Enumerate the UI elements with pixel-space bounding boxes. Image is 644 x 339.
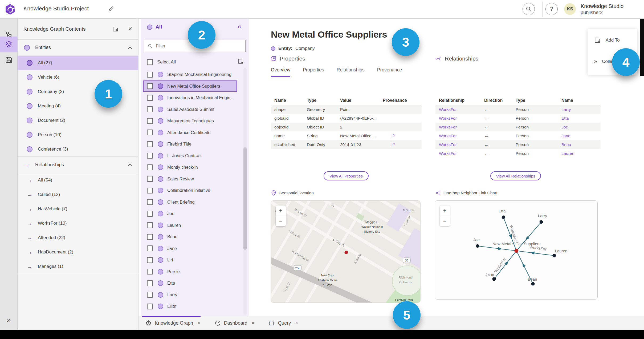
detail-tab[interactable]: Properties — [303, 67, 324, 77]
entity-filter-item[interactable]: Conference (3) — [18, 142, 138, 156]
entity-list-item[interactable]: Sales Review — [143, 173, 237, 185]
entity-list-item[interactable]: Staplers Mechanical Engineering — [143, 69, 237, 80]
entity-name-link[interactable]: Joe — [558, 125, 601, 130]
relationship-link[interactable]: WorksFor — [435, 125, 481, 130]
entity-list-item[interactable]: Persie — [143, 266, 237, 278]
relationship-filter-item[interactable]: → WorksFor (10) — [18, 216, 138, 231]
search-button[interactable] — [523, 3, 535, 15]
entity-name-link[interactable]: Beau — [558, 142, 601, 147]
entity-list-item[interactable]: Collaboration initiative — [143, 185, 237, 196]
entity-list-item[interactable]: Beau — [143, 231, 237, 243]
link-chart-panel[interactable]: WorksForWorksForWorksForEttaLarryJoeLaur… — [435, 200, 598, 300]
item-checkbox[interactable] — [147, 176, 153, 182]
relationships-section-header[interactable]: → Relationships — [18, 157, 138, 173]
relationship-link[interactable]: WorksFor — [435, 151, 481, 156]
person-node[interactable] — [553, 254, 556, 257]
item-checkbox[interactable] — [147, 257, 153, 263]
person-node[interactable] — [531, 282, 535, 286]
relationship-filter-item[interactable]: → Manages (1) — [18, 259, 138, 274]
zoom-in-button[interactable]: + — [440, 205, 450, 216]
edit-title-icon[interactable] — [108, 6, 114, 12]
view-all-relationships-button[interactable]: View All Relationships — [490, 171, 541, 180]
relationship-filter-item[interactable]: → Called (12) — [18, 187, 138, 202]
entity-list-item[interactable]: Lauren — [143, 220, 237, 231]
help-button[interactable]: ? — [545, 3, 558, 15]
collapse-panel-icon[interactable]: « — [238, 22, 241, 31]
tab-dashboard[interactable]: Dashboard × — [215, 320, 255, 326]
entity-filter-item[interactable]: Vehicle (6) — [18, 70, 138, 84]
relationship-filter-item[interactable]: → HasDocument (2) — [18, 245, 138, 259]
person-node[interactable] — [502, 216, 505, 219]
entity-list-item[interactable]: Managment Techniques — [143, 115, 237, 127]
collapse-chevron-icon[interactable] — [128, 47, 132, 49]
item-checkbox[interactable] — [147, 130, 153, 135]
detail-tab[interactable]: Relationships — [337, 67, 365, 77]
user-avatar[interactable]: KS — [564, 3, 576, 15]
close-tab-icon[interactable]: × — [252, 320, 255, 326]
company-node[interactable] — [515, 249, 518, 253]
item-checkbox[interactable] — [147, 188, 153, 193]
select-all-checkbox[interactable] — [147, 59, 153, 65]
item-checkbox[interactable] — [147, 304, 153, 309]
person-node[interactable] — [492, 277, 496, 281]
entity-list-item[interactable]: Sales Associate Summit — [143, 104, 237, 115]
map-canvas[interactable]: k RdW Clay StSaN 3rd StMaggie L.Walker N… — [271, 201, 421, 303]
relationship-filter-item[interactable]: → HasVehicle (7) — [18, 202, 138, 216]
entity-list-item[interactable]: Firebird Title — [143, 138, 237, 150]
relationship-link[interactable]: WorksFor — [435, 134, 481, 138]
detail-tab[interactable]: Overview — [271, 67, 290, 77]
entity-name-link[interactable]: Lauren — [558, 151, 601, 156]
entity-list-item[interactable]: Jane — [143, 243, 237, 255]
item-checkbox[interactable] — [147, 222, 153, 228]
entity-list-item[interactable]: Montly check-in — [143, 162, 237, 173]
item-checkbox[interactable] — [147, 199, 153, 205]
entity-list-item[interactable]: Innovations in Mechanical Engin... — [143, 92, 237, 104]
item-checkbox[interactable] — [147, 106, 153, 112]
tab-knowledge-graph[interactable]: Knowledge Graph × — [145, 320, 200, 326]
item-checkbox[interactable] — [147, 153, 153, 159]
expand-rail-button[interactable]: » — [0, 316, 18, 324]
add-to-new-icon[interactable] — [238, 58, 244, 64]
entity-name-link[interactable]: Jane — [558, 134, 601, 138]
zoom-in-button[interactable]: + — [276, 205, 286, 216]
person-node[interactable] — [476, 244, 479, 248]
close-panel-icon[interactable]: × — [128, 25, 132, 33]
collapse-button[interactable]: » Colla — [594, 58, 612, 65]
entity-filter-item[interactable]: Meeting (4) — [18, 99, 138, 113]
close-tab-icon[interactable]: × — [295, 320, 298, 326]
entity-filter-item[interactable]: All (27) — [18, 56, 138, 70]
relationship-link[interactable]: WorksFor — [435, 107, 481, 112]
item-checkbox[interactable] — [147, 292, 153, 298]
add-to-button[interactable]: Add To — [594, 37, 620, 44]
entity-list-item[interactable]: New Metal Office Suppliers — [143, 80, 237, 92]
item-checkbox[interactable] — [147, 95, 153, 101]
item-checkbox[interactable] — [147, 234, 153, 240]
save-button[interactable] — [0, 52, 18, 68]
entity-list-item[interactable]: Client Briefing — [143, 196, 237, 208]
layers-button[interactable] — [0, 37, 18, 52]
add-new-icon[interactable] — [112, 26, 119, 32]
link-chart-canvas[interactable]: WorksForWorksForWorksForEttaLarryJoeLaur… — [435, 201, 598, 299]
relationship-link[interactable]: WorksFor — [435, 142, 481, 147]
entity-list-item[interactable]: Lilith — [143, 301, 237, 312]
person-node[interactable] — [540, 220, 543, 224]
provenance-flag-icon[interactable]: ⚐ — [383, 133, 395, 139]
entity-list-item[interactable]: Joe — [143, 208, 237, 220]
item-checkbox[interactable] — [147, 269, 153, 275]
collapse-chevron-icon[interactable] — [128, 164, 132, 166]
item-checkbox[interactable] — [147, 83, 153, 89]
entity-filter-item[interactable]: Document (2) — [18, 113, 138, 128]
relationship-filter-item[interactable]: → Attended (22) — [18, 231, 138, 245]
relationship-link[interactable]: WorksFor — [435, 116, 481, 121]
zoom-out-button[interactable]: − — [440, 216, 450, 226]
entity-list-item[interactable]: Attendance Certificate — [143, 127, 237, 139]
provenance-flag-icon[interactable]: ⚐ — [383, 142, 395, 147]
entity-list-item[interactable]: Etta — [143, 277, 237, 289]
detail-tab[interactable]: Provenance — [377, 67, 402, 77]
item-checkbox[interactable] — [147, 118, 153, 124]
item-checkbox[interactable] — [147, 245, 153, 251]
item-checkbox[interactable] — [147, 164, 153, 170]
entity-name-link[interactable]: Larry — [558, 107, 601, 112]
entities-section-header[interactable]: Entities — [18, 40, 138, 56]
map-panel[interactable]: k RdW Clay StSaN 3rd StMaggie L.Walker N… — [271, 200, 421, 303]
